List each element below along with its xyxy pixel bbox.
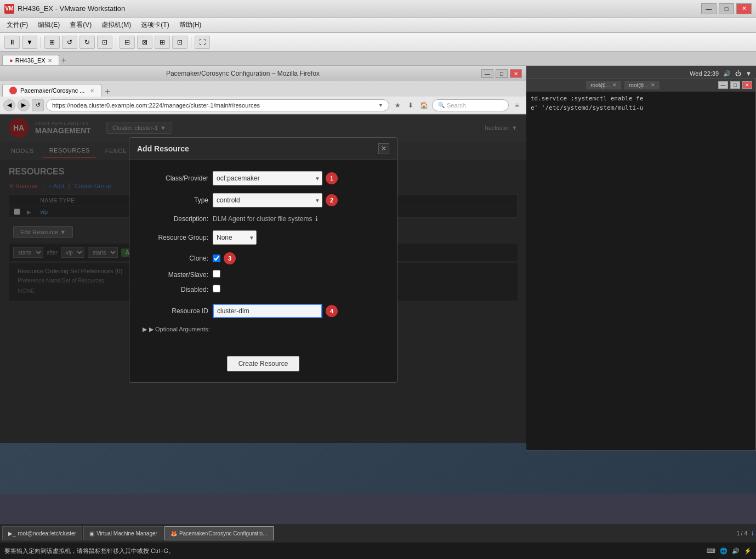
refresh-button[interactable]: ↺ bbox=[32, 99, 44, 111]
menu-tab[interactable]: 选项卡(T) bbox=[137, 19, 173, 31]
menu-view[interactable]: 查看(V) bbox=[65, 19, 96, 31]
url-bar[interactable]: https://nodea.cluster0.example.com:2224/… bbox=[46, 99, 389, 111]
toolbar-pause-btn[interactable]: ⏸ bbox=[4, 36, 20, 49]
volume-icon[interactable]: 🔊 bbox=[723, 70, 731, 77]
terminal-line-1: td.service ;systemctl enable fe bbox=[531, 95, 751, 102]
terminal-content: td.service ;systemctl enable fe e' '/etc… bbox=[526, 92, 755, 190]
type-field: controld Dummy HealthCPU HealthDisk Heal… bbox=[213, 193, 384, 207]
terminal-close[interactable]: ✕ bbox=[742, 81, 752, 89]
vmware-tab-icon: ● bbox=[9, 57, 13, 64]
search-icon: 🔍 bbox=[438, 102, 445, 108]
firefox-tab-close-btn[interactable]: ✕ bbox=[90, 88, 94, 94]
optional-args-toggle[interactable]: ▶ ▶ Optional Arguments: bbox=[143, 326, 384, 333]
firefox-close[interactable]: ✕ bbox=[510, 69, 522, 78]
add-resource-modal: Add Resource × Class/Provider ocf:heartb… bbox=[129, 137, 397, 383]
toolbar-fullscreen-btn[interactable]: ⛶ bbox=[195, 36, 210, 49]
power-icon[interactable]: ⏻ bbox=[735, 70, 741, 77]
taskbar-right: 1 / 4 ℹ bbox=[737, 530, 754, 537]
usb-icon: ⚡ bbox=[744, 547, 752, 555]
firefox-titlebar: Pacemaker/Corosync Configuration – Mozil… bbox=[0, 66, 526, 81]
menu-help[interactable]: 帮助(H) bbox=[175, 19, 206, 31]
back-button[interactable]: ◀ bbox=[3, 99, 15, 111]
vmware-titlebar: VM RH436_EX - VMware Workstation — □ ✕ bbox=[0, 0, 756, 18]
vmware-title: RH436_EX - VMware Workstation bbox=[18, 4, 701, 13]
clone-checkbox[interactable] bbox=[213, 255, 220, 262]
vmware-tab-rh436[interactable]: ● RH436_EX ✕ bbox=[2, 55, 59, 65]
toolbar-btn8[interactable]: ⊡ bbox=[172, 36, 187, 49]
terminal-tab-1[interactable]: root@... ✕ bbox=[586, 81, 621, 89]
search-bar[interactable]: 🔍 Search bbox=[432, 99, 509, 111]
firefox-tab-pacemaker[interactable]: Pacemaker/Corosync ... ✕ bbox=[2, 84, 101, 97]
toolbar-btn2[interactable]: ↺ bbox=[62, 36, 77, 49]
menu-icon[interactable]: ≡ bbox=[511, 99, 523, 111]
vmware-tab-add-button[interactable]: + bbox=[59, 55, 69, 65]
url-dropdown[interactable]: ▼ bbox=[378, 103, 383, 108]
firefox-tab-label: Pacemaker/Corosync ... bbox=[20, 87, 84, 94]
download-icon[interactable]: ⬇ bbox=[405, 99, 417, 111]
vmware-window-buttons: — □ ✕ bbox=[701, 3, 752, 14]
terminal-maximize[interactable]: □ bbox=[730, 81, 740, 89]
taskbar-firefox[interactable]: 🦊 Pacemaker/Corosync Configuratio... bbox=[164, 526, 274, 540]
resource-id-input[interactable] bbox=[213, 304, 322, 318]
vmm-taskbar-label: Virtual Machine Manager bbox=[96, 530, 157, 537]
step-3-badge: 3 bbox=[224, 252, 236, 264]
type-select[interactable]: controld Dummy HealthCPU HealthDisk Heal… bbox=[213, 193, 322, 207]
home-icon[interactable]: 🏠 bbox=[418, 99, 430, 111]
keyboard-icon: ⌨ bbox=[707, 547, 715, 555]
search-placeholder: Search bbox=[447, 102, 466, 109]
terminal-tab-2-close[interactable]: ✕ bbox=[651, 82, 655, 88]
toolbar-btn1[interactable]: ⊞ bbox=[44, 36, 60, 49]
statusbar: 要将输入定向到该虚拟机，请将鼠标指针移入其中或按 Ctrl+G。 ⌨ 🌐 🔊 ⚡ bbox=[0, 543, 756, 559]
menu-file[interactable]: 文件(F) bbox=[2, 19, 32, 31]
taskbar-terminal[interactable]: ▶_ root@nodea:/etc/cluster bbox=[2, 526, 82, 540]
vmware-close-button[interactable]: ✕ bbox=[736, 3, 752, 14]
firefox-urlbar: ◀ ▶ ↺ https://nodea.cluster0.example.com… bbox=[0, 97, 526, 114]
bookmark-star-icon[interactable]: ★ bbox=[391, 99, 403, 111]
master-slave-row: Master/Slave: bbox=[143, 270, 384, 279]
taskbar-vmm[interactable]: ▣ Virtual Machine Manager bbox=[83, 526, 163, 540]
page-indicator: 1 / 4 bbox=[737, 530, 747, 537]
description-row: Description: DLM Agent for cluster file … bbox=[143, 215, 384, 223]
step-2-badge: 2 bbox=[326, 194, 338, 206]
vmware-minimize-button[interactable]: — bbox=[701, 3, 717, 14]
step-1-badge: 1 bbox=[326, 172, 338, 184]
toolbar-btn4[interactable]: ⊡ bbox=[97, 36, 112, 49]
toolbar-btn6[interactable]: ⊠ bbox=[137, 36, 152, 49]
toolbar-btn5[interactable]: ⊟ bbox=[120, 36, 135, 49]
vmware-tab-bar: ● RH436_EX ✕ + bbox=[0, 52, 756, 66]
system-time: Wed 22:39 🔊 ⏻ ▼ bbox=[690, 70, 752, 77]
terminal-tab-1-close[interactable]: ✕ bbox=[612, 82, 617, 88]
network-icon: 🌐 bbox=[720, 547, 727, 555]
firefox-tabbar: Pacemaker/Corosync ... ✕ + bbox=[0, 81, 526, 97]
firefox-new-tab-button[interactable]: + bbox=[101, 87, 113, 97]
terminal-tab-1-label: root@... bbox=[590, 82, 610, 88]
firefox-minimize[interactable]: — bbox=[481, 69, 493, 78]
resource-group-select-wrap: None ▼ bbox=[213, 230, 257, 245]
menu-edit[interactable]: 编辑(E) bbox=[33, 19, 64, 31]
toolbar-btn7[interactable]: ⊞ bbox=[155, 36, 170, 49]
firefox-taskbar-label: Pacemaker/Corosync Configuratio... bbox=[179, 530, 268, 537]
firefox-taskbar-icon: 🦊 bbox=[170, 530, 177, 537]
settings-icon[interactable]: ▼ bbox=[746, 70, 752, 77]
disabled-field bbox=[213, 285, 220, 294]
forward-button[interactable]: ▶ bbox=[18, 99, 30, 111]
menu-vm[interactable]: 虚拟机(M) bbox=[97, 19, 135, 31]
create-resource-button[interactable]: Create Resource bbox=[227, 356, 300, 371]
master-slave-checkbox[interactable] bbox=[213, 270, 220, 278]
resource-id-field: 4 bbox=[213, 304, 384, 318]
toolbar-btn3[interactable]: ↻ bbox=[79, 36, 95, 49]
resource-group-select[interactable]: None bbox=[213, 230, 257, 245]
terminal-panel: root@... ✕ root@... ✕ — □ ✕ td.service ;… bbox=[526, 78, 756, 451]
class-provider-select[interactable]: ocf:heartbeat ocf:pacemaker lsb service … bbox=[213, 171, 322, 185]
terminal-tab-2[interactable]: root@... ✕ bbox=[624, 81, 660, 89]
firefox-tab-favicon bbox=[9, 87, 17, 94]
toolbar-dropdown-btn[interactable]: ▼ bbox=[22, 36, 37, 49]
firefox-maximize[interactable]: □ bbox=[496, 69, 508, 78]
terminal-minimize[interactable]: — bbox=[718, 81, 728, 89]
vmware-tab-close[interactable]: ✕ bbox=[48, 58, 52, 64]
terminal-taskbar-label: root@nodea:/etc/cluster bbox=[18, 530, 76, 537]
disabled-checkbox[interactable] bbox=[213, 285, 220, 292]
vmware-maximize-button[interactable]: □ bbox=[719, 3, 734, 14]
optional-args-label: ▶ Optional Arguments: bbox=[149, 326, 210, 333]
modal-close-button[interactable]: × bbox=[378, 143, 389, 154]
